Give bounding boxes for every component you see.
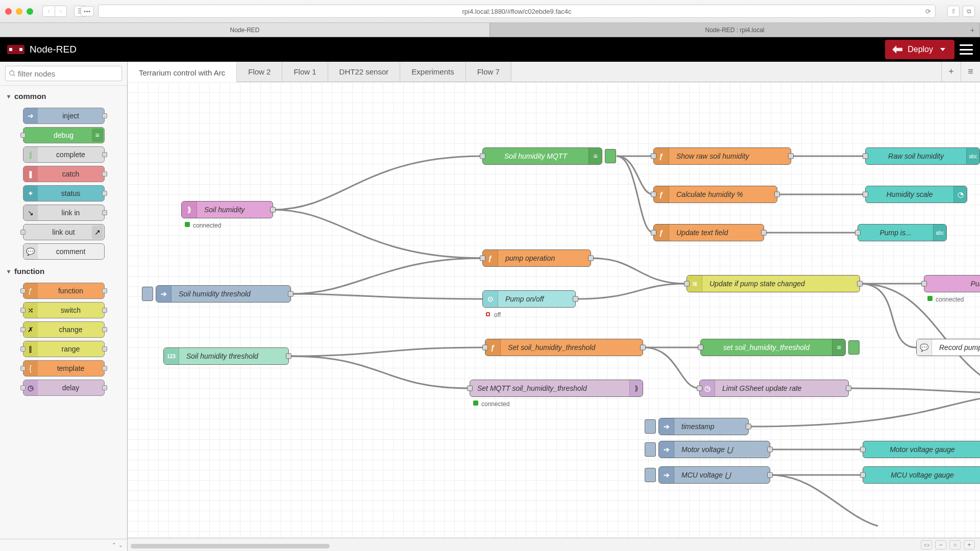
workspace: Terrarium control with Arc Flow 2 Flow 1… (128, 62, 980, 551)
add-flow-button[interactable]: + (941, 62, 961, 82)
site-settings[interactable]: ••• (81, 6, 94, 16)
node-ui-text[interactable]: Raw soil humidityabc (865, 147, 980, 165)
inject-button[interactable] (645, 419, 656, 434)
node-delay[interactable]: ◷Limit GSheet update rate (699, 380, 849, 397)
node-mqtt-out[interactable]: Pump control⟫ connected (924, 275, 980, 292)
inject-button[interactable] (645, 468, 656, 482)
mqtt-icon: ⟫ (182, 202, 197, 218)
flow-tab[interactable]: Flow 2 (237, 62, 282, 82)
zoom-out-button[interactable]: − (935, 540, 946, 549)
node-inject[interactable]: ➔Soil humidity threshold (156, 285, 291, 303)
node-debug[interactable]: Soil humidity MQTT ≡ (482, 147, 602, 165)
maximize-window[interactable] (27, 8, 33, 15)
palette-node-range[interactable]: ‖range (23, 341, 105, 357)
logo-icon (7, 45, 24, 54)
numeric-icon: 123 (164, 348, 179, 364)
palette-node-complete[interactable]: ❚complete (23, 146, 105, 163)
close-window[interactable] (5, 8, 12, 15)
text-icon: abc (933, 224, 946, 241)
debug-toggle-icon[interactable]: ≡ (832, 339, 845, 356)
palette-list[interactable]: common ➔inject debug≡ ❚complete ❚catch ✦… (0, 86, 127, 539)
browser-toolbar: ‹ › ☰ ••• rpi4.local:1880/#flow/c02ebde9… (0, 0, 980, 23)
browser-tab[interactable]: Node-RED (0, 23, 490, 37)
url-text: rpi4.local:1880/#flow/c02ebde9.fac4c (462, 8, 572, 15)
node-ui-gauge[interactable]: Motor voltage gauge◔ (863, 441, 980, 458)
palette-node-inject[interactable]: ➔inject (23, 108, 105, 124)
forward-button[interactable]: › (55, 6, 67, 17)
toggle-icon: ⊙ (483, 291, 498, 307)
flow-tab[interactable]: Terrarium control with Arc (128, 62, 237, 82)
palette-node-comment[interactable]: 💬comment (23, 243, 105, 260)
palette-node-link-in[interactable]: ↘link in (23, 205, 105, 221)
deploy-button[interactable]: Deploy (885, 40, 954, 59)
palette-node-status[interactable]: ✦status (23, 185, 105, 202)
category-common[interactable]: common (0, 88, 127, 105)
reload-icon[interactable]: ⟳ (925, 8, 931, 15)
flow-tab[interactable]: Flow 7 (466, 62, 511, 82)
list-flows-button[interactable]: ≡ (961, 62, 980, 82)
node-function[interactable]: ƒSet soil_humidity_threshold (485, 339, 643, 356)
node-ui-numeric[interactable]: 123Soil humidity threshold (163, 347, 289, 365)
text-icon: abc (966, 148, 979, 164)
node-inject[interactable]: ➔MCU voltage ⋃ (658, 466, 770, 484)
palette-node-link-out[interactable]: link out↗ (23, 224, 105, 240)
palette-node-template[interactable]: {template (23, 360, 105, 377)
flow-canvas[interactable]: ⟫ Soil humidity connected Soil humidity … (128, 82, 980, 538)
node-ui-gauge[interactable]: Humidity scale◔ (865, 186, 967, 203)
inject-button[interactable] (645, 442, 656, 457)
node-ui-switch[interactable]: ⊙Pump on/off off (482, 290, 576, 308)
inject-icon: ➔ (659, 441, 674, 458)
palette-node-delay[interactable]: ◷delay (23, 380, 105, 396)
flow-tab[interactable]: Flow 1 (282, 62, 328, 82)
url-bar[interactable]: ••• rpi4.local:1880/#flow/c02ebde9.fac4c… (98, 5, 936, 18)
node-switch[interactable]: ⤭Update if pump state changed (687, 275, 860, 292)
node-function[interactable]: ƒpump operation (482, 249, 591, 267)
tabs-button[interactable]: ⧉ (963, 6, 975, 17)
flow-tab[interactable]: DHT22 sensor (328, 62, 401, 82)
node-function[interactable]: ƒShow raw soil humidity (653, 147, 791, 165)
node-mqtt-in[interactable]: ⟫ Soil humidity connected (181, 201, 273, 218)
window-controls (5, 8, 33, 15)
node-debug[interactable]: set soil_humidity_threshold≡ (700, 339, 846, 356)
share-button[interactable]: ⇧ (947, 6, 960, 17)
back-button[interactable]: ‹ (42, 6, 55, 17)
palette-node-debug[interactable]: debug≡ (23, 127, 105, 143)
browser-tab[interactable]: Node-RED : rpi4.local (490, 23, 980, 37)
node-palette: common ➔inject debug≡ ❚complete ❚catch ✦… (0, 62, 128, 551)
node-inject[interactable]: ➔timestamp (658, 418, 749, 435)
minimize-window[interactable] (16, 8, 22, 15)
collapse-up-icon[interactable]: ⌃ (112, 542, 116, 548)
palette-node-switch[interactable]: ⤭switch (23, 302, 105, 318)
debug-button[interactable] (605, 149, 616, 163)
inject-icon: ➔ (659, 467, 674, 483)
zoom-in-button[interactable]: + (964, 540, 975, 549)
horizontal-scrollbar[interactable] (131, 544, 330, 548)
browser-tabs: Node-RED Node-RED : rpi4.local + (0, 23, 980, 37)
menu-button[interactable] (960, 44, 973, 55)
node-comment[interactable]: 💬Record pump state change (916, 339, 980, 356)
node-mqtt-out[interactable]: Set MQTT soil_humidity_threshold⟫ connec… (470, 380, 643, 397)
node-inject[interactable]: ➔Motor voltage ⋃ (658, 441, 770, 458)
node-function[interactable]: ƒUpdate text field (653, 224, 764, 241)
new-tab-button[interactable]: + (967, 24, 978, 36)
app-title: Node-RED (30, 44, 77, 55)
collapse-down-icon[interactable]: ⌄ (118, 542, 123, 548)
zoom-reset-button[interactable]: ○ (949, 540, 961, 549)
node-function[interactable]: ƒCalculate humidity % (653, 186, 777, 203)
flow-tab[interactable]: Experiments (400, 62, 465, 82)
comment-icon: 💬 (917, 339, 932, 356)
palette-node-function[interactable]: ƒfunction (23, 283, 105, 299)
node-ui-text[interactable]: Pump is...abc (857, 224, 947, 241)
workspace-footer: ▭ − ○ + (128, 538, 980, 551)
palette-node-catch[interactable]: ❚catch (23, 166, 105, 182)
app-header: Node-RED Deploy (0, 37, 980, 62)
filter-input[interactable] (5, 66, 122, 81)
debug-toggle-icon[interactable]: ≡ (589, 148, 602, 164)
mqtt-icon: ⟫ (629, 380, 643, 396)
palette-node-change[interactable]: ✗change (23, 321, 105, 338)
category-function[interactable]: function (0, 263, 127, 280)
navigator-button[interactable]: ▭ (921, 540, 932, 549)
debug-button[interactable] (848, 340, 860, 355)
node-ui-gauge[interactable]: MCU voltage gauge◔ (863, 466, 980, 484)
inject-button[interactable] (142, 287, 153, 301)
